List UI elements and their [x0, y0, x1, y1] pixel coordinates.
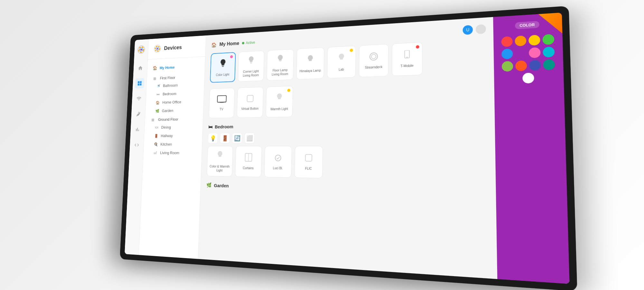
device-flic[interactable]: FLIC — [294, 146, 323, 178]
floor-ground-floor-label: Ground Floor — [158, 117, 178, 122]
corner-light-icon — [247, 55, 255, 67]
device-color-warmth-light[interactable]: Color & Warmth Light — [207, 146, 233, 177]
nav-garden-label: Garden — [162, 108, 174, 113]
nav-bedroom-label: Bedroom — [163, 92, 176, 96]
color-circle-pink[interactable] — [529, 47, 541, 58]
color-circle-deeporange[interactable] — [515, 60, 527, 71]
virtual-button-icon — [246, 94, 254, 104]
nav-home-office[interactable]: 🏠 Home Office — [146, 97, 204, 107]
color-circle-white[interactable] — [522, 72, 534, 83]
garden-section: 🌿 Garden — [206, 182, 488, 195]
color-circle-blue[interactable] — [501, 49, 513, 60]
color-warmth-label: Color & Warmth Light — [209, 164, 230, 173]
main-title-text: My Home — [219, 41, 239, 47]
sidebar-chart-icon[interactable] — [133, 124, 142, 135]
nav-dining[interactable]: 🍽 Dining — [145, 122, 203, 131]
sidebar-home-icon[interactable] — [136, 63, 145, 73]
nav-home-icon: 🏠 — [152, 66, 157, 71]
streamdeck-label: Streamdeck — [365, 65, 382, 70]
device-streamdeck[interactable]: Streamdeck — [359, 44, 388, 77]
luci-bl-label: Luci Bl. — [273, 166, 283, 170]
tmobile-label: T-Mobile — [401, 63, 414, 68]
hallway-icon: 🚪 — [154, 134, 158, 138]
user-avatar-2 — [476, 24, 486, 34]
garden-title-icon: 🌿 — [206, 182, 212, 188]
bedroom-icon: 🛏 — [156, 92, 160, 96]
bedroom-mini-icon-4: ⬜ — [244, 133, 255, 144]
nav-living-room[interactable]: 🛋 Living Room — [143, 149, 202, 157]
svg-point-3 — [140, 49, 142, 50]
color-circle-purple[interactable] — [515, 48, 526, 59]
device-tv[interactable]: TV — [209, 88, 235, 119]
svg-rect-11 — [250, 63, 252, 63]
svg-rect-17 — [217, 95, 226, 102]
tmobile-icon — [403, 50, 410, 61]
kitchen-icon: 🍳 — [154, 142, 158, 146]
device-warmth-light[interactable]: Warmth Light — [266, 86, 293, 118]
device-lab[interactable]: Lab — [327, 46, 356, 79]
nav-bathroom-label: Bathroom — [163, 83, 178, 88]
nav-garden[interactable]: 🌿 Garden — [145, 106, 204, 115]
color-circle-teal[interactable] — [543, 59, 555, 70]
device-himalaya-lamp[interactable]: Himalaya Lamp — [296, 47, 324, 80]
lab-label: Lab — [339, 67, 344, 72]
app-logo-icon — [137, 45, 146, 54]
svg-point-13 — [370, 53, 377, 60]
bedroom-title-text: Bedroom — [215, 124, 233, 130]
app-header: Devices — [148, 41, 206, 60]
sidebar-leaf-icon[interactable] — [133, 109, 143, 119]
left-nav: Devices 🏠 My Home ▦ First Floor 🚿 Bathro… — [139, 35, 206, 259]
sidebar-code-icon[interactable] — [132, 140, 142, 150]
bedroom-mini-icon-3: 🔄 — [232, 133, 242, 143]
color-circle-orange[interactable] — [515, 35, 526, 46]
user-avatar: U — [463, 25, 473, 35]
sidebar-grid-icon[interactable] — [135, 78, 145, 89]
himalaya-lamp-icon — [306, 54, 315, 67]
sidebar-wifi-icon[interactable] — [134, 93, 144, 104]
bedroom-title: 🛏 Bedroom — [208, 121, 488, 129]
nav-dining-label: Dining — [161, 125, 171, 130]
living-room-icon: 🛋 — [153, 151, 157, 155]
app-title: Devices — [164, 44, 182, 51]
svg-rect-12 — [279, 61, 281, 61]
floor-lamp-label: Floor Lamp Living Room — [269, 68, 291, 76]
nav-kitchen[interactable]: 🍳 Kitchen — [144, 140, 202, 149]
right-panel-label: COLOR — [515, 21, 539, 29]
warmth-light-label: Warmth Light — [270, 107, 288, 111]
svg-rect-9 — [222, 66, 223, 67]
luci-bl-icon — [274, 153, 282, 163]
bedroom-mini-icon-2: 🚪 — [220, 133, 230, 143]
device-virtual-button[interactable]: Virtual Button — [237, 87, 263, 118]
main-title-area: 🏠 My Home Active — [211, 40, 255, 48]
garden-icon: 🌿 — [155, 109, 159, 113]
curtains-label: Curtains — [243, 166, 254, 170]
device-color-light[interactable]: Color Light — [210, 52, 236, 83]
device-floor-lamp[interactable]: Floor Lamp Living Room — [267, 49, 294, 81]
color-circle-yellow[interactable] — [528, 35, 540, 46]
device-curtains[interactable]: Curtains — [235, 146, 262, 177]
svg-point-16 — [406, 57, 408, 58]
color-circle-lightgreen[interactable] — [502, 61, 513, 72]
nav-living-room-label: Living Room — [160, 150, 179, 155]
floor-ground-floor[interactable]: ▦ Ground Floor — [145, 114, 203, 123]
curtains-icon — [244, 153, 253, 164]
nav-home-office-label: Home Office — [162, 100, 181, 105]
nav-hallway[interactable]: 🚪 Hallway — [144, 131, 203, 140]
device-tmobile[interactable]: T-Mobile — [392, 42, 422, 76]
virtual-button-label: Virtual Button — [241, 107, 259, 111]
tv-label: TV — [220, 107, 223, 111]
color-circle-indigo[interactable] — [529, 60, 541, 71]
color-circle-cyan[interactable] — [543, 46, 554, 57]
device-luci-bl[interactable]: Luci Bl. — [264, 146, 292, 178]
lab-icon — [337, 53, 346, 65]
screen-wrapper: Devices 🏠 My Home ▦ First Floor 🚿 Bathro… — [97, 19, 547, 271]
nav-item-my-home[interactable]: 🏠 My Home — [147, 61, 205, 73]
garden-title-text: Garden — [214, 183, 229, 188]
color-warmth-icon — [216, 150, 224, 162]
color-circle-red[interactable] — [501, 36, 513, 47]
floor-icon: ▦ — [153, 76, 157, 81]
device-corner-light[interactable]: Corner Light Living Room — [238, 51, 264, 82]
color-circle-green[interactable] — [542, 34, 554, 45]
active-badge: Active — [242, 40, 255, 45]
svg-rect-23 — [305, 154, 312, 161]
